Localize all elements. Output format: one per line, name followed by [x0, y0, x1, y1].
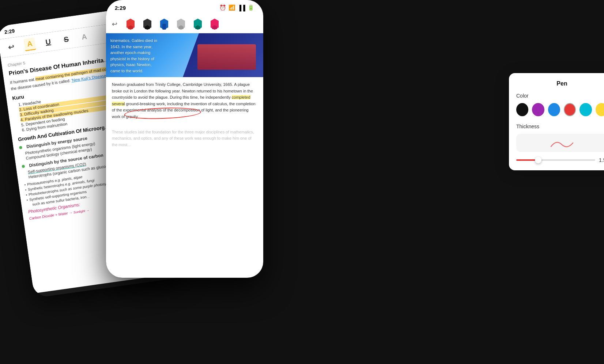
color-swatches [516, 103, 604, 116]
highlighter-toolbar: ↩ [106, 15, 263, 33]
thickness-slider[interactable] [516, 159, 595, 161]
pen-panel: Pen Color Thickness 1.5 [509, 73, 604, 170]
color-label: Color [516, 93, 604, 99]
color-cyan[interactable] [580, 103, 592, 116]
faded-text-section: These studies laid the foundation for th… [106, 125, 263, 153]
front-alarm-icon: ⏰ [219, 4, 226, 11]
image-section: kinematics, Galileo died in 1643. In the… [106, 33, 263, 77]
front-time: 2:29 [115, 5, 126, 11]
color-blue[interactable] [548, 103, 560, 116]
color-red[interactable] [564, 103, 576, 116]
faded-text: These studies laid the foundation for th… [112, 129, 257, 148]
front-status-icons: ⏰ 📶 ▐▐ 🔋 [219, 4, 254, 11]
image-overlay-text: kinematics, Galileo died in 1643. In the… [110, 38, 162, 74]
font-button[interactable]: A [78, 30, 90, 43]
front-content-area: kinematics, Galileo died in 1643. In the… [106, 33, 263, 278]
strikethrough-button[interactable]: S [60, 33, 72, 46]
preview-svg [547, 136, 577, 150]
slider-thumb[interactable] [535, 157, 541, 163]
slider-row: 1.5 [516, 157, 604, 163]
marker-pink-button[interactable] [209, 18, 220, 31]
front-signal-icon: ▐▐ [238, 5, 245, 11]
undo-button[interactable]: ↩ [4, 41, 18, 54]
front-wifi-icon: 📶 [229, 4, 235, 11]
bold-button[interactable]: A [23, 38, 36, 52]
pen-panel-title: Pen [516, 80, 604, 87]
underline-button[interactable]: U [42, 35, 54, 48]
marker-teal-button[interactable] [192, 18, 204, 31]
marker-red-button[interactable] [125, 18, 136, 31]
color-yellow[interactable] [596, 103, 604, 116]
thickness-value: 1.5 [599, 157, 604, 163]
back-time: 2:29 [4, 28, 15, 35]
thickness-preview [516, 134, 604, 152]
svg-rect-5 [162, 24, 166, 30]
marker-light-button[interactable] [175, 18, 187, 31]
color-purple[interactable] [532, 103, 544, 116]
marker-dark-button[interactable] [141, 18, 153, 31]
front-battery-icon: 🔋 [248, 4, 254, 11]
phone-front: 2:29 ⏰ 📶 ▐▐ 🔋 ↩ [106, 0, 263, 278]
thickness-label: Thickness [516, 124, 604, 129]
front-status-bar: 2:29 ⏰ 📶 ▐▐ 🔋 [106, 0, 263, 15]
marker-blue-button[interactable] [158, 18, 170, 31]
main-text-section: Newton graduated from Trinity College, C… [106, 77, 263, 125]
color-black[interactable] [516, 103, 528, 116]
front-undo-button[interactable]: ↩ [112, 20, 117, 28]
